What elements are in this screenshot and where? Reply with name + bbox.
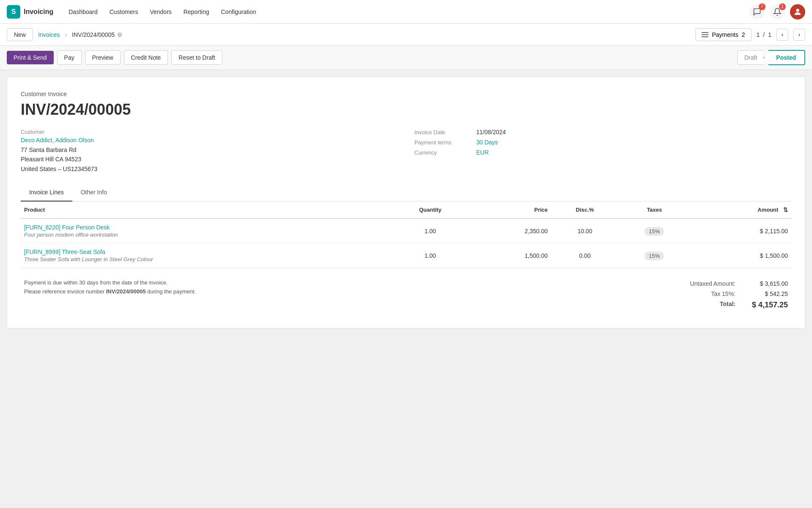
tab-other-info[interactable]: Other Info — [72, 184, 115, 202]
reset-draft-button[interactable]: Reset to Draft — [171, 50, 222, 65]
user-avatar[interactable] — [790, 4, 805, 19]
payment-note-line1: Payment is due within 30 days from the d… — [24, 279, 659, 287]
app-name: Invoicing — [24, 8, 53, 16]
untaxed-value: $ 3,615.00 — [746, 280, 788, 287]
top-menu: Dashboard Customers Vendors Reporting Co… — [63, 5, 739, 19]
alerts-button[interactable]: 1 — [770, 4, 785, 19]
invoice-meta: Invoice Date 11/08/2024 Payment terms 30… — [414, 129, 791, 174]
product-desc-2: Three Seater Sofa with Lounger in Steel … — [24, 256, 387, 262]
product-cell-2: [FURN_8999] Three-Seat Sofa Three Seater… — [21, 243, 391, 268]
sort-icon[interactable]: ⇅ — [783, 207, 788, 213]
price-1: 2,350.00 — [470, 218, 551, 243]
preview-button[interactable]: Preview — [85, 50, 121, 65]
invoice-date-label: Invoice Date — [414, 129, 469, 135]
product-name-2[interactable]: [FURN_8999] Three-Seat Sofa — [24, 248, 387, 255]
messages-button[interactable]: 7 — [749, 4, 765, 19]
invoice-footer: Payment is due within 30 days from the d… — [21, 268, 791, 315]
top-icons: 7 1 — [749, 4, 805, 19]
qty-1: 1.00 — [391, 218, 470, 243]
col-taxes: Taxes — [619, 202, 690, 218]
qty-2: 1.00 — [391, 243, 470, 268]
customer-section: Customer Deco Addict, Addison Olson 77 S… — [21, 129, 398, 174]
amount-1: $ 2,115.00 — [690, 218, 791, 243]
customer-label: Customer — [21, 129, 398, 135]
price-2: 1,500.00 — [470, 243, 551, 268]
disc-1: 10.00 — [551, 218, 619, 243]
breadcrumb-right: Payments 2 1 / 1 ‹ › — [695, 28, 805, 41]
col-price: Price — [470, 202, 551, 218]
invoice-date-value: 11/08/2024 — [476, 129, 506, 135]
payment-terms-label: Payment terms — [414, 139, 469, 146]
tax-label: Tax 15%: — [711, 290, 735, 297]
invoice-type: Customer Invoice — [21, 91, 791, 97]
untaxed-label: Untaxed Amount: — [690, 280, 735, 287]
invoice-header: Customer Deco Addict, Addison Olson 77 S… — [21, 129, 791, 174]
payments-button[interactable]: Payments 2 — [695, 28, 751, 41]
tax-2: 15% — [619, 243, 690, 268]
col-product: Product — [21, 202, 391, 218]
status-draft[interactable]: Draft — [737, 50, 764, 65]
address-line1: 77 Santa Barbara Rd — [21, 145, 398, 155]
tax-1: 15% — [619, 218, 690, 243]
pay-button[interactable]: Pay — [57, 50, 82, 65]
total-row: Total: $ 4,157.25 — [669, 299, 788, 311]
currency-label: Currency — [414, 149, 469, 156]
untaxed-row: Untaxed Amount: $ 3,615.00 — [669, 279, 788, 289]
alerts-badge: 1 — [779, 3, 786, 10]
address-line3: United States – US12345673 — [21, 164, 398, 174]
prev-page-button[interactable]: ‹ — [776, 29, 788, 41]
nav-reporting[interactable]: Reporting — [178, 5, 214, 19]
next-page-button[interactable]: › — [793, 29, 805, 41]
pagination: 1 / 1 — [757, 31, 771, 38]
new-button[interactable]: New — [7, 28, 33, 41]
col-amount: Amount ⇅ — [690, 202, 791, 218]
customer-address: 77 Santa Barbara Rd Pleasant Hill CA 945… — [21, 145, 398, 174]
address-line2: Pleasant Hill CA 94523 — [21, 155, 398, 164]
settings-icon[interactable]: ⚙ — [117, 31, 123, 38]
main-content: Customer Invoice INV/2024/00005 Customer… — [0, 70, 812, 335]
col-disc: Disc.% — [551, 202, 619, 218]
tax-badge-2: 15% — [645, 251, 664, 260]
payment-note-line2: Please reference invoice number INV/2024… — [24, 287, 659, 296]
total-label: Total: — [720, 301, 735, 309]
tax-value: $ 542.25 — [746, 290, 788, 297]
currency-value[interactable]: EUR — [476, 149, 489, 156]
breadcrumb-bar: New Invoices › INV/2024/00005 ⚙ Payments… — [0, 24, 812, 46]
payment-terms-value[interactable]: 30 Days — [476, 139, 498, 146]
payment-note: Payment is due within 30 days from the d… — [24, 279, 659, 311]
status-posted[interactable]: Posted — [763, 50, 805, 65]
invoice-table: Product Quantity Price Disc.% Taxes Amou… — [21, 202, 791, 268]
totals-section: Untaxed Amount: $ 3,615.00 Tax 15%: $ 54… — [669, 279, 788, 311]
total-value: $ 4,157.25 — [746, 301, 788, 309]
table-row: [FURN_8999] Three-Seat Sofa Three Seater… — [21, 243, 791, 268]
customer-name[interactable]: Deco Addict, Addison Olson — [21, 137, 398, 144]
tabs: Invoice Lines Other Info — [21, 184, 791, 202]
action-bar: Print & Send Pay Preview Credit Note Res… — [0, 46, 812, 70]
nav-configuration[interactable]: Configuration — [216, 5, 261, 19]
avatar-icon — [793, 7, 802, 17]
tax-row: Tax 15%: $ 542.25 — [669, 289, 788, 299]
nav-vendors[interactable]: Vendors — [145, 5, 176, 19]
product-name-1[interactable]: [FURN_8220] Four Person Desk — [24, 224, 387, 231]
messages-badge: 7 — [759, 3, 765, 10]
currency-row: Currency EUR — [414, 149, 791, 156]
nav-dashboard[interactable]: Dashboard — [63, 5, 103, 19]
product-cell-1: [FURN_8220] Four Person Desk Four person… — [21, 218, 391, 243]
status-pipeline: Draft Posted — [737, 50, 805, 65]
amount-2: $ 1,500.00 — [690, 243, 791, 268]
app-logo[interactable]: S Invoicing — [7, 5, 53, 19]
product-desc-1: Four person modern office workstation — [24, 232, 387, 238]
payment-terms-row: Payment terms 30 Days — [414, 139, 791, 146]
print-send-button[interactable]: Print & Send — [7, 51, 54, 64]
breadcrumb-parent[interactable]: Invoices — [38, 31, 60, 38]
tab-invoice-lines[interactable]: Invoice Lines — [21, 184, 72, 202]
breadcrumb-current: INV/2024/00005 ⚙ — [72, 31, 123, 38]
invoice-card: Customer Invoice INV/2024/00005 Customer… — [7, 77, 805, 329]
credit-note-button[interactable]: Credit Note — [124, 50, 168, 65]
hamburger-icon — [702, 32, 708, 37]
table-row: [FURN_8220] Four Person Desk Four person… — [21, 218, 791, 243]
nav-customers[interactable]: Customers — [104, 5, 143, 19]
tax-badge-1: 15% — [645, 227, 664, 236]
disc-2: 0.00 — [551, 243, 619, 268]
top-navigation: S Invoicing Dashboard Customers Vendors … — [0, 0, 812, 24]
